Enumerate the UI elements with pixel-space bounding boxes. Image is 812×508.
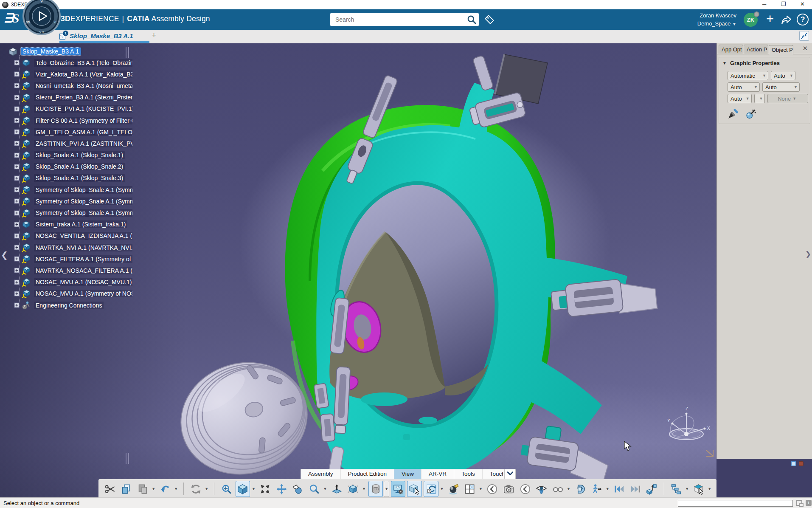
expand-toggle-icon[interactable] (14, 198, 20, 204)
tree-item[interactable]: NAVRTKA_NOSACA_FILTERA A.1 (Syr (5, 265, 132, 276)
tree-item[interactable]: NOSAC_FILTERA A.1 (Symmetry of N (5, 253, 132, 265)
view-gizmo[interactable] (666, 412, 705, 440)
render-style-button[interactable] (446, 481, 461, 497)
chevron-down-icon[interactable]: ▼ (732, 22, 736, 26)
scroll-previous-button[interactable] (485, 481, 500, 497)
tree-resize-handle[interactable] (126, 453, 129, 464)
panel-close-icon[interactable]: ✕ (802, 45, 810, 54)
graphic-property-combo[interactable]: Auto▼ (728, 94, 752, 103)
overlapping-windows-icon[interactable] (796, 500, 802, 506)
tree-item[interactable]: NOSAC_MVU A.1 (NOSAC_MVU.1) (5, 277, 132, 288)
collapse-section-icon[interactable]: ▼ (722, 61, 727, 65)
tree-item[interactable]: Sistem_traka A.1 (Sistem_traka.1) (5, 219, 132, 230)
paste-button[interactable] (135, 481, 150, 497)
expand-toggle-icon[interactable] (14, 118, 20, 123)
user-info[interactable]: Zoran Kvascev Demo_Space ▼ (697, 11, 736, 28)
zoom-button[interactable] (307, 481, 322, 497)
collapse-window-icon[interactable] (799, 31, 809, 41)
design-mode-tree-button[interactable] (669, 481, 684, 497)
graphic-property-combo[interactable]: Auto▼ (771, 71, 795, 80)
update-on-demand-button[interactable] (424, 481, 438, 497)
tree-item[interactable]: Symmetry of Sklop_Snale A.1 (Symme (5, 195, 132, 207)
expand-toggle-icon[interactable] (14, 164, 20, 169)
tree-item[interactable]: Stezni_Prsten_B3 A.1 (Stezni_Prsten_E (5, 92, 132, 103)
expand-toggle-icon[interactable] (14, 106, 20, 112)
tree-resize-handle[interactable] (126, 47, 129, 58)
chevron-down-icon[interactable]: ▼ (746, 96, 750, 101)
viewport-mini-icons[interactable] (791, 461, 804, 466)
fit-all-in-button[interactable] (219, 481, 234, 497)
expand-toggle-icon[interactable] (14, 175, 20, 181)
ribbon-tab-ar-vr[interactable]: AR-VR (421, 469, 454, 479)
tag-icon[interactable] (484, 14, 495, 25)
add-button[interactable]: + (766, 12, 774, 26)
expand-toggle-icon[interactable] (14, 256, 20, 262)
tree-item[interactable]: GM_I_TELO_ASM A.1 (GM_I_TELO_A: (5, 126, 132, 138)
close-button[interactable]: ✕ (793, 0, 812, 9)
tree-item[interactable]: Telo_Obrazine_B3 A.1 (Telo_Obrazine (5, 57, 132, 68)
chevron-down-icon[interactable]: ▼ (762, 73, 766, 78)
tree-item[interactable]: Sklop_Snale A.1 (Sklop_Snale.3) (5, 172, 132, 184)
chevron-down-icon[interactable]: ▼ (794, 85, 798, 89)
expand-toggle-icon[interactable] (14, 95, 20, 100)
tree-item[interactable]: Nosni_umetak_B3 A.1 (Nosni_umetak (5, 80, 132, 91)
collapse-right-panel-icon[interactable]: ❯ (805, 250, 811, 259)
panel-tab-app-opt[interactable]: App Opt (719, 45, 743, 54)
view-hidden-edges-button[interactable] (346, 481, 361, 497)
capture-button[interactable] (501, 481, 516, 497)
graphic-property-combo[interactable]: Auto▼ (728, 82, 760, 92)
visualization-accessories-button[interactable] (551, 481, 565, 497)
graphic-property-combo[interactable]: Auto▼ (762, 82, 800, 92)
copy-button[interactable] (119, 481, 134, 497)
apply-final-state-button[interactable] (628, 481, 643, 497)
document-tab[interactable]: ⤡ 1 Sklop_Maske_B3 A.1 (59, 30, 133, 42)
restore-initial-state-button[interactable] (612, 481, 627, 497)
chevron-down-icon[interactable]: ▼ (754, 85, 758, 89)
center-on-selection-button[interactable] (258, 481, 273, 497)
iso-view-button[interactable] (236, 481, 250, 497)
tree-item[interactable]: Symmetry of Sklop_Snale A.1 (Symme (5, 207, 132, 218)
pan-button[interactable] (274, 481, 289, 497)
ribbon-tab-assembly[interactable]: Assembly (301, 469, 341, 479)
box-selection-button[interactable] (407, 481, 422, 497)
info-bubble-icon[interactable]: i (806, 500, 812, 506)
help-icon[interactable]: ? (797, 14, 809, 25)
power-input-field[interactable] (678, 500, 793, 507)
hide-show-button[interactable] (534, 481, 549, 497)
update-dropdown[interactable]: ▼ (204, 481, 209, 497)
shading-options-dropdown[interactable]: ▼ (384, 481, 389, 497)
chevron-down-icon[interactable]: ▼ (790, 73, 793, 78)
search-icon[interactable] (466, 14, 477, 25)
ribbon-expand-button[interactable] (504, 469, 516, 479)
share-icon[interactable] (781, 14, 792, 25)
scroll-next-button[interactable] (518, 481, 533, 497)
tree-item[interactable]: Vizir_Kalota_B3 A.1 (Vizir_Kalota_B3.1 (5, 68, 132, 80)
painter-icon[interactable] (728, 108, 739, 119)
expand-toggle-icon[interactable] (14, 245, 20, 250)
expand-toggle-icon[interactable] (14, 233, 20, 239)
graphic-property-combo[interactable]: ▼ (754, 94, 765, 103)
sectioning-button[interactable] (573, 481, 588, 497)
expand-toggle-icon[interactable] (14, 291, 20, 296)
panel-tab-action-p[interactable]: Action P (744, 45, 768, 54)
avatar[interactable]: ZK (744, 13, 758, 27)
iso-view-dropdown[interactable]: ▼ (251, 481, 256, 497)
graphic-property-combo[interactable]: Automatic▼ (728, 71, 768, 80)
restore-button[interactable]: ❐ (774, 0, 793, 9)
specification-tree[interactable]: Sklop_Maske_B3 A.1 Telo_Obrazine_B3 A.1 … (5, 46, 132, 311)
tree-item[interactable]: NAVRTKA_NVI A.1 (NAVRTKA_NVI.1) (5, 242, 132, 253)
chevron-down-icon[interactable]: ▼ (792, 96, 796, 101)
compass-widget[interactable]: ⚲ 3D i³ V.R (22, 0, 61, 36)
chevron-down-icon[interactable]: ▼ (759, 96, 763, 101)
panel-tab-object-p[interactable]: Object P (769, 45, 793, 54)
ribbon-tab-product-edition[interactable]: Product Edition (341, 469, 395, 479)
split-views-button[interactable] (463, 481, 478, 497)
expand-toggle-icon[interactable] (14, 279, 20, 285)
rotate-button[interactable] (291, 481, 306, 497)
tree-item[interactable]: Sklop_Snale A.1 (Sklop_Snale.2) (5, 161, 132, 172)
split-views-dropdown[interactable]: ▼ (478, 481, 483, 497)
search-input[interactable] (334, 16, 466, 23)
tree-item[interactable]: Symmetry of Sklop_Snale A.1 (Symme (5, 184, 132, 195)
expand-toggle-icon[interactable] (14, 187, 20, 192)
visualization-accessories-dropdown[interactable]: ▼ (566, 481, 571, 497)
